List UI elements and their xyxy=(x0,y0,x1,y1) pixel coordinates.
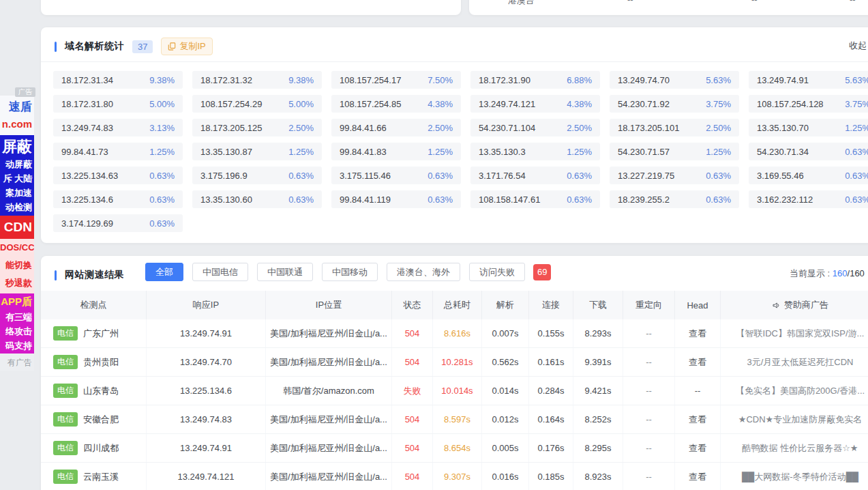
ip-address: 13.249.74.121 xyxy=(479,99,535,109)
head-view-link[interactable]: 查看 xyxy=(689,356,706,369)
head-view-link[interactable]: 查看 xyxy=(689,471,706,483)
status-cell: 504 xyxy=(392,434,433,462)
left-ad-banner[interactable]: 广告 速盾 n.com 屏蔽 动屏蔽斥 大陆案加速动检测 CDN DOS/CC能… xyxy=(0,87,34,371)
ad-text-line: 码支持 xyxy=(0,338,32,353)
ad-text-line: 秒退款 xyxy=(0,274,32,292)
filter-tab[interactable]: 中国联通 xyxy=(257,263,313,281)
total-time: 10.014s xyxy=(441,386,473,396)
status-value: 504 xyxy=(405,414,420,424)
ip-percentage: 0.63% xyxy=(288,194,314,205)
ip-address: 18.172.31.90 xyxy=(479,75,530,85)
filter-tab[interactable]: 中国电信 xyxy=(192,263,248,281)
status-value: 504 xyxy=(405,443,420,453)
ip-chip: 18.172.31.80 5.00% xyxy=(53,95,183,113)
sponsor-ad-link[interactable]: ██大网数据-冬季特价活动██ xyxy=(721,463,868,490)
filter-tab-label: 全部 xyxy=(155,266,173,278)
head-cell: 查看 xyxy=(675,348,721,376)
sponsor-ad-link[interactable]: 【免实名】美国高防200G/香港... xyxy=(721,377,868,405)
sponsor-ad-link[interactable]: 【智联IDC】韩国家宽双ISP/游... xyxy=(721,319,868,347)
filter-tab-label: 中国电信 xyxy=(203,266,238,278)
table-header-row: 检测点 响应IP IP位置 状态 总耗时 解析 连接 下载 重定向 Head 赞… xyxy=(41,291,868,319)
sponsor-ad-link[interactable]: ★CDN★专业加速防屏蔽免实名 xyxy=(721,405,868,433)
redirect-value: -- xyxy=(623,405,675,433)
stats-row-label: 港澳台 xyxy=(508,0,535,7)
ip-percentage: 0.63% xyxy=(845,194,868,205)
copy-ip-label: 复制IP xyxy=(179,40,205,53)
status-cell: 504 xyxy=(392,463,433,490)
ad-section-pink: DOS/CC能切换秒退款 xyxy=(0,239,34,293)
ip-chip: 3.175.196.9 0.63% xyxy=(192,167,322,184)
ip-percentage: 0.63% xyxy=(845,147,868,157)
ip-percentage: 3.13% xyxy=(149,123,175,133)
node-cell: 电信 贵州贵阳 xyxy=(41,348,147,376)
ip-chip: 13.35.130.87 1.25% xyxy=(192,143,322,160)
head-cell: 查看 xyxy=(675,463,721,490)
ip-percentage: 2.50% xyxy=(567,123,592,133)
table-row: 电信 广东广州 13.249.74.91 美国/加利福尼亚州/旧金山/a... … xyxy=(41,319,868,348)
ip-chip: 3.175.115.46 0.63% xyxy=(331,167,461,184)
copy-ip-button[interactable]: 复制IP xyxy=(161,38,212,55)
ip-address: 13.249.74.83 xyxy=(61,123,113,133)
ad-text-line: DOS/CC xyxy=(0,239,32,257)
ip-count-badge: 37 xyxy=(132,40,153,53)
node-cell: 电信 山东青岛 xyxy=(41,377,147,405)
top-card-left xyxy=(41,0,461,15)
filter-tab[interactable]: 港澳台、海外 xyxy=(387,263,460,281)
sponsor-ad-link[interactable]: 3元/月亚太低延迟死扛CDN xyxy=(721,348,868,376)
display-count: 当前显示 : 160/160 xyxy=(790,268,865,280)
column-header-redirect: 重定向 xyxy=(623,291,675,319)
redirect-value: -- xyxy=(623,319,675,347)
head-view-link[interactable]: 查看 xyxy=(689,414,706,426)
filter-tab[interactable]: 中国移动 xyxy=(322,263,378,281)
node-cell: 电信 四川成都 xyxy=(41,434,147,462)
total-time-cell: 9.307s xyxy=(433,463,482,490)
ip-address: 3.175.196.9 xyxy=(200,171,248,181)
accent-bar xyxy=(55,42,57,52)
collapse-link[interactable]: 收起 xyxy=(849,40,867,52)
ip-percentage: 1.25% xyxy=(706,147,731,157)
filter-tab[interactable]: 全部 xyxy=(145,263,183,281)
head-view-link[interactable]: 查看 xyxy=(689,442,706,455)
ip-address: 99.84.41.119 xyxy=(340,194,391,205)
ip-chip: 99.84.41.83 1.25% xyxy=(331,143,461,160)
node-name: 四川成都 xyxy=(83,442,119,455)
node-cell: 电信 安徽合肥 xyxy=(41,405,147,433)
status-cell: 504 xyxy=(392,348,433,376)
ip-address: 18.172.31.80 xyxy=(61,99,113,109)
speed-card-header: 网站测速结果 xyxy=(55,268,124,283)
ip-percentage: 1.25% xyxy=(149,147,175,157)
ip-chip: 13.227.219.75 0.63% xyxy=(610,167,739,184)
ad-text-line: 能切换 xyxy=(0,257,32,274)
status-cell: 504 xyxy=(392,405,433,433)
stats-value: -- xyxy=(751,0,758,5)
sponsor-ad-link[interactable]: 酷鸭数据 性价比云服务器☆★ xyxy=(721,434,868,462)
dns-time: 0.562s xyxy=(482,348,529,376)
ip-chip: 18.172.31.34 9.38% xyxy=(53,71,183,89)
column-header-node: 检测点 xyxy=(41,291,147,319)
ip-percentage: 5.63% xyxy=(845,75,868,85)
filter-tab-label: 中国移动 xyxy=(332,266,368,278)
ad-section-domain: 速盾 n.com xyxy=(0,96,34,135)
ip-address: 18.173.205.125 xyxy=(200,123,262,133)
ip-chip: 18.239.255.2 0.63% xyxy=(610,190,739,208)
node-name: 安徽合肥 xyxy=(83,414,119,426)
top-card-right: 港澳台 -- -- -- xyxy=(469,0,868,15)
ip-address: 13.35.130.70 xyxy=(757,123,809,133)
ip-location: 美国/加利福尼亚州/旧金山/a... xyxy=(266,405,392,433)
total-time: 8.616s xyxy=(444,328,470,338)
ip-address: 3.169.55.46 xyxy=(757,171,804,181)
ip-percentage: 2.50% xyxy=(706,123,731,133)
head-view-link[interactable]: 查看 xyxy=(689,328,706,340)
dns-stats-card: 域名解析统计 37 复制IP 收起 18.172.31.34 9.38% 18.… xyxy=(41,27,868,243)
filter-tab[interactable]: 访问失败 xyxy=(469,263,525,281)
ip-chip: 99.84.41.119 0.63% xyxy=(331,190,461,208)
ip-percentage: 9.38% xyxy=(149,75,175,85)
ip-address: 13.35.130.60 xyxy=(200,194,252,205)
ip-address: 99.84.41.73 xyxy=(61,147,108,157)
ip-address: 13.35.130.3 xyxy=(479,147,526,157)
ip-percentage: 0.63% xyxy=(845,171,868,181)
divider xyxy=(41,61,868,62)
ip-address: 108.157.254.128 xyxy=(757,99,824,109)
head-view-link[interactable]: -- xyxy=(695,386,701,396)
results-table: 检测点 响应IP IP位置 状态 总耗时 解析 连接 下载 重定向 Head 赞… xyxy=(41,291,868,490)
